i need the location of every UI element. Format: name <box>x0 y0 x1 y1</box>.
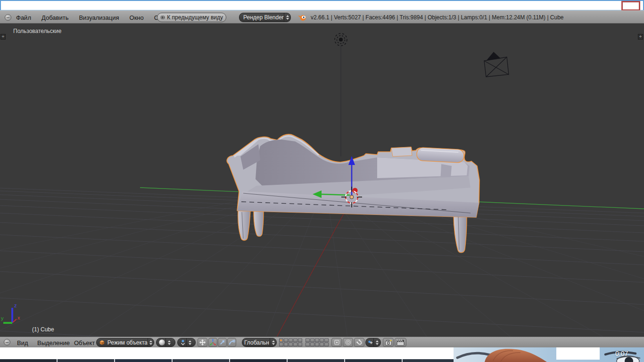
manipulate-center-points-button[interactable] <box>331 338 342 347</box>
back-to-previous-button[interactable]: К предыдущему виду <box>157 13 226 22</box>
move-arrows-icon <box>199 339 206 346</box>
mode-dropdown[interactable]: Режим объекта <box>96 338 154 347</box>
header-collapse-icon[interactable]: – <box>4 339 10 346</box>
snap-element-dropdown[interactable] <box>365 338 381 347</box>
viewport-shading-dropdown[interactable] <box>156 338 175 347</box>
layer-cell[interactable] <box>315 338 319 342</box>
layer-cell[interactable] <box>279 343 283 346</box>
render-animation-button[interactable] <box>395 338 406 347</box>
scene-statistics: v2.66.1 | Verts:5027 | Faces:4496 | Tris… <box>311 11 564 24</box>
menu-select[interactable]: Выделение <box>37 339 70 346</box>
x-axis-line <box>271 199 352 347</box>
manipulator-toggle-button[interactable] <box>198 338 207 347</box>
svg-text:y: y <box>1 315 4 321</box>
pivot-point-icon <box>180 339 186 346</box>
rotate-manipulator-button[interactable] <box>218 338 227 347</box>
scale-manipulator-button[interactable] <box>227 338 236 347</box>
scale-arc-icon <box>228 339 235 346</box>
layer-cell[interactable] <box>284 343 288 346</box>
blender-logo <box>297 14 307 21</box>
menu-object[interactable]: Объект <box>74 339 95 346</box>
area-split-handle-right[interactable]: + <box>638 34 643 40</box>
dropdown-stepper[interactable] <box>165 338 172 346</box>
layer-cell[interactable] <box>293 343 297 346</box>
layer-cell[interactable] <box>315 343 319 346</box>
camera-object[interactable] <box>484 52 509 77</box>
orientation-dropdown-value: Глобальн <box>242 339 270 346</box>
menu-render[interactable]: Визуализация <box>79 14 119 21</box>
video-timestamp: 0:07 <box>615 350 628 357</box>
viewport-3d[interactable]: z y x Пользовательские (1) Cube + + <box>0 24 644 347</box>
clapperboard-icon <box>396 339 405 346</box>
layer-cell[interactable] <box>324 343 329 346</box>
object-mode-cube-icon <box>99 339 106 346</box>
editor-collapse-icon[interactable]: – <box>5 14 11 21</box>
sofa-object[interactable] <box>227 134 479 253</box>
video-player-bar: 0:07 <box>0 347 644 362</box>
subtitle-box <box>556 347 600 360</box>
menu-add[interactable]: Добавить <box>41 14 68 21</box>
render-camera-icon <box>385 339 392 346</box>
back-button-label: К предыдущему виду <box>167 14 223 21</box>
dropdown-stepper[interactable] <box>148 338 154 346</box>
layer-cell[interactable] <box>298 338 302 342</box>
solid-shading-sphere-icon <box>158 339 165 346</box>
proportional-circle-icon <box>345 339 352 346</box>
view-name-label: Пользовательские <box>13 28 62 34</box>
viewport-canvas[interactable]: z y x <box>0 24 644 347</box>
snap-toggle-button[interactable] <box>354 338 364 347</box>
layer-cell[interactable] <box>289 338 293 342</box>
render-engine-dropdown[interactable]: Рендер Blender <box>239 13 291 22</box>
menu-file[interactable]: Файл <box>16 14 31 21</box>
recording-indicator <box>621 1 640 11</box>
dropdown-stepper[interactable] <box>270 338 276 346</box>
menu-window[interactable]: Окно <box>130 14 144 21</box>
layer-cell[interactable] <box>289 343 293 346</box>
pivot-point-dropdown[interactable] <box>177 338 196 347</box>
layer-cell[interactable] <box>293 338 297 342</box>
viewport-header-toolbar: – Вид Выделение Объект Режим объекта <box>0 337 644 347</box>
layer-cell[interactable] <box>305 343 310 346</box>
snap-target-icon <box>367 339 373 346</box>
back-arrow-icon <box>160 14 165 21</box>
blender-window: – Файл Добавить Визуализация Окно Справк… <box>0 0 644 362</box>
axis-mini-gizmo: z y x <box>1 303 20 323</box>
dropdown-stepper[interactable] <box>373 338 380 346</box>
area-split-handle-left[interactable]: + <box>0 34 6 40</box>
transform-orientation-dropdown[interactable]: Глобальн <box>242 338 277 347</box>
svg-text:x: x <box>17 315 20 321</box>
layer-cell[interactable] <box>320 338 324 342</box>
info-header-bar: – Файл Добавить Визуализация Окно Справк… <box>0 10 644 24</box>
magnet-icon <box>356 339 363 346</box>
layers-widget-group-1[interactable] <box>279 338 302 346</box>
layers-widget-group-2[interactable] <box>305 338 329 346</box>
render-engine-value: Рендер Blender <box>243 14 284 21</box>
active-object-label: (1) Cube <box>32 326 54 333</box>
layer-cell[interactable] <box>284 338 288 342</box>
layer-cell[interactable] <box>305 338 310 342</box>
dropdown-stepper[interactable] <box>284 13 290 22</box>
layer-cell[interactable] <box>298 343 302 346</box>
svg-text:z: z <box>14 303 17 308</box>
proportional-editing-button[interactable] <box>343 338 353 347</box>
layer-cell[interactable] <box>279 338 283 342</box>
layer-cell[interactable] <box>324 338 329 342</box>
lamp-object[interactable] <box>335 33 347 156</box>
mode-dropdown-value: Режим объекта <box>106 339 148 346</box>
rotate-arrow-icon <box>219 339 226 346</box>
translate-manipulator-button[interactable] <box>208 338 217 347</box>
layer-cell[interactable] <box>320 343 324 346</box>
translate-axes-icon <box>209 339 216 346</box>
video-timeline-filmstrip[interactable] <box>0 359 454 362</box>
main-menu: Файл Добавить Визуализация Окно Справка <box>16 11 178 24</box>
render-still-button[interactable] <box>383 338 394 347</box>
dropdown-stepper[interactable] <box>186 338 193 346</box>
top-white-bar <box>0 0 644 10</box>
layer-cell[interactable] <box>310 338 314 342</box>
center-points-icon <box>333 339 340 346</box>
layer-cell[interactable] <box>310 343 314 346</box>
menu-view[interactable]: Вид <box>17 339 28 346</box>
